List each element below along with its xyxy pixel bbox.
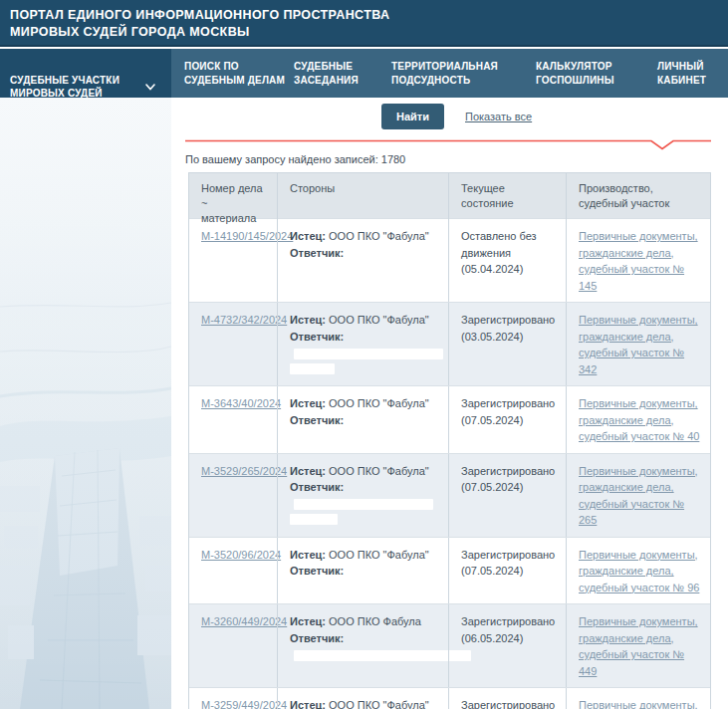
city-aerial-photo <box>0 98 171 709</box>
chevron-down-icon <box>145 67 155 94</box>
production-link[interactable]: Первичные документы, гражданские дела, с… <box>579 230 698 292</box>
redacted-text-box <box>290 514 338 525</box>
plaintiff-label: Истец: <box>290 465 326 477</box>
results-table: Номер дела ~ материала Стороны Текущее с… <box>188 172 711 709</box>
table-row: М-3520/96/2024Истец: ООО ПКО "Фабула"Отв… <box>189 537 710 604</box>
plaintiff-value: ООО ПКО "Фабула" <box>326 314 429 326</box>
defendant-label: Ответчик: <box>290 481 344 493</box>
nav-item-case-search[interactable]: ПОИСК ПО СУДЕБНЫМ ДЕЛАМ <box>184 49 285 98</box>
site-title-line1: ПОРТАЛ ЕДИНОГО ИНФОРМАЦИОННОГО ПРОСТРАНС… <box>10 7 728 24</box>
status-cell: Оставлено без движения (05.04.2024) <box>448 219 566 302</box>
parties-cell: Истец: ООО ПКО "Фабула"Ответчик: <box>277 454 448 537</box>
main-area: Найти Показать все По вашему запросу най… <box>0 98 728 709</box>
table-header-row: Номер дела ~ материала Стороны Текущее с… <box>189 173 710 218</box>
nav-item-territorial-jurisdiction[interactable]: ТЕРРИТОРИАЛЬНАЯ ПОДСУДНОСТЬ <box>391 49 498 98</box>
redacted-text-box <box>294 432 388 443</box>
table-row: М-4732/342/2024Истец: ООО ПКО "Фабула"От… <box>189 302 710 385</box>
red-separator <box>185 139 711 150</box>
site-header: ПОРТАЛ ЕДИНОГО ИНФОРМАЦИОННОГО ПРОСТРАНС… <box>0 0 728 47</box>
case-number-link[interactable]: М-3260/449/2024 <box>201 615 287 627</box>
show-all-link[interactable]: Показать все <box>465 111 532 122</box>
case-number-link[interactable]: М-4732/342/2024 <box>201 314 287 326</box>
plaintiff-label: Истец: <box>290 314 326 326</box>
parties-cell: Истец: ООО ПКО ФабулаОтветчик: <box>277 604 448 687</box>
status-cell: Зарегистрировано (07.05.2024) <box>448 454 566 537</box>
defendant-label: Ответчик: <box>290 247 344 259</box>
defendant-label: Ответчик: <box>290 632 344 644</box>
parties-cell: Истец: ООО ПКО "Фабула"Ответчик: <box>277 219 448 302</box>
production-link[interactable]: Первичные документы, гражданские дела, с… <box>579 549 699 593</box>
status-cell: Зарегистрировано (06.05.2024) <box>448 604 566 687</box>
plaintiff-label: Истец: <box>290 230 326 242</box>
plaintiff-label: Истец: <box>290 397 326 409</box>
table-row: М-3643/40/2024Истец: ООО ПКО "Фабула"Отв… <box>189 385 710 453</box>
parties-cell: Истец: ООО ПКО "Фабула"Ответчик: <box>277 538 448 604</box>
results-count: По вашему запросу найдено записей: 1780 <box>185 153 405 165</box>
defendant-label: Ответчик: <box>290 414 344 426</box>
nav-item-court-districts[interactable]: СУДЕБНЫЕ УЧАСТКИ МИРОВЫХ СУДЕЙ <box>0 49 171 98</box>
redacted-text-box <box>294 499 433 510</box>
site-title-line2: МИРОВЫХ СУДЕЙ ГОРОДА МОСКВЫ <box>10 24 728 41</box>
redacted-text-box <box>294 349 443 359</box>
case-number-link[interactable]: М-3643/40/2024 <box>201 397 281 409</box>
redacted-text-box <box>290 363 335 374</box>
plaintiff-value: ООО ПКО "Фабула" <box>326 549 429 561</box>
production-link[interactable]: Первичные документы, гражданские дела, с… <box>579 314 698 375</box>
redacted-text-box <box>294 650 471 661</box>
portal-page: ПОРТАЛ ЕДИНОГО ИНФОРМАЦИОННОГО ПРОСТРАНС… <box>0 0 728 709</box>
plaintiff-value: ООО ПКО "Фабула" <box>326 230 429 242</box>
parties-cell: Истец: ООО ПКО "Фабула"Ответчик: <box>277 688 448 709</box>
nav-item-court-sessions[interactable]: СУДЕБНЫЕ ЗАСЕДАНИЯ <box>294 49 359 98</box>
case-number-link[interactable]: М-3529/265/2024 <box>201 465 287 477</box>
production-link[interactable]: Первичные документы, гражданские дела, с… <box>579 397 699 442</box>
parties-cell: Истец: ООО ПКО "Фабула"Ответчик: <box>277 303 448 385</box>
table-row: М-3529/265/2024Истец: ООО ПКО "Фабула"От… <box>189 453 710 537</box>
plaintiff-label: Истец: <box>290 615 326 627</box>
nav-item-personal-account[interactable]: ЛИЧНЫЙ КАБИНЕТ <box>657 49 706 98</box>
plaintiff-value: ООО ПКО "Фабула" <box>326 397 429 409</box>
parties-cell: Истец: ООО ПКО "Фабула"Ответчик: <box>277 386 448 453</box>
site-title: ПОРТАЛ ЕДИНОГО ИНФОРМАЦИОННОГО ПРОСТРАНС… <box>0 0 728 41</box>
production-link[interactable]: Первичные документы, гражданские дела, с… <box>579 465 698 527</box>
case-number-link[interactable]: М-3259/449/2024 <box>201 699 287 709</box>
plaintiff-value: ООО ПКО "Фабула" <box>326 699 429 709</box>
production-link[interactable]: Первичные документы, гражданские дела, с… <box>579 615 698 677</box>
status-cell: Зарегистрировано (07.05.2024) <box>448 538 566 604</box>
main-nav: СУДЕБНЫЕ УЧАСТКИ МИРОВЫХ СУДЕЙ ПОИСК ПО … <box>0 49 728 98</box>
status-cell: Зарегистрировано (03.05.2024) <box>448 303 566 385</box>
city-photo-graphic <box>0 98 171 709</box>
status-cell: Зарегистрировано (07.05.2024) <box>448 386 566 453</box>
nav-item-fee-calculator[interactable]: КАЛЬКУЛЯТОР ГОСПОШЛИНЫ <box>536 49 614 98</box>
nav-item-label: СУДЕБНЫЕ УЧАСТКИ МИРОВЫХ СУДЕЙ <box>10 75 120 100</box>
plaintiff-label: Истец: <box>290 549 326 561</box>
plaintiff-value: ООО ПКО Фабула <box>326 615 421 627</box>
table-row: М-3260/449/2024Истец: ООО ПКО ФабулаОтве… <box>189 603 710 687</box>
production-link[interactable]: Первичные документы, гражданские дела, с… <box>579 699 698 709</box>
find-button[interactable]: Найти <box>381 104 444 129</box>
table-row: М-14190/145/2024Истец: ООО ПКО "Фабула"О… <box>189 218 710 302</box>
plaintiff-label: Истец: <box>290 699 326 709</box>
plaintiff-value: ООО ПКО "Фабула" <box>326 465 429 477</box>
search-results-panel: Найти Показать все По вашему запросу най… <box>171 98 728 709</box>
defendant-label: Ответчик: <box>290 565 344 577</box>
table-row: М-3259/449/2024Истец: ООО ПКО "Фабула"От… <box>189 687 710 709</box>
case-number-link[interactable]: М-3520/96/2024 <box>201 549 281 561</box>
defendant-label: Ответчик: <box>290 331 344 343</box>
status-cell: Зарегистрировано (06.05.2024) <box>448 688 566 709</box>
table-body: М-14190/145/2024Истец: ООО ПКО "Фабула"О… <box>189 218 710 709</box>
